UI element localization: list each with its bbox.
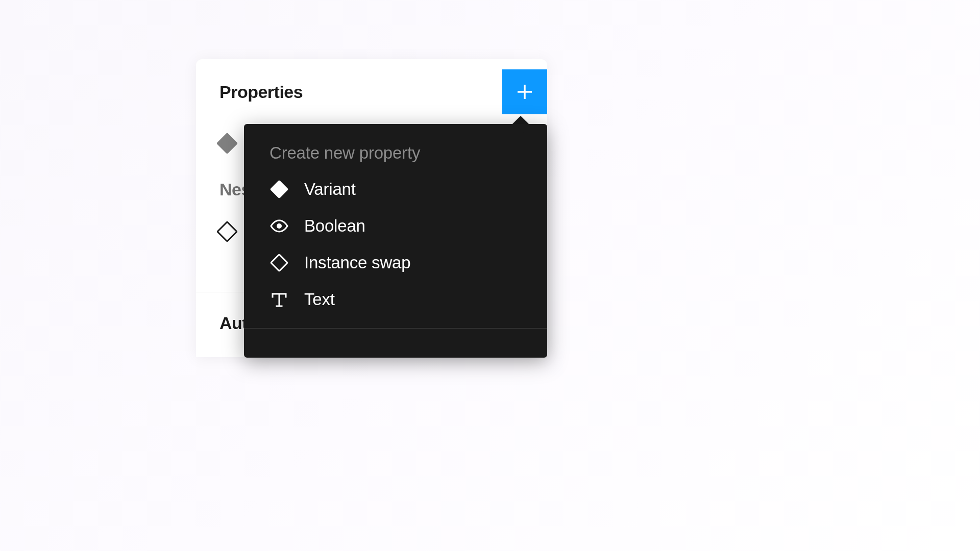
auto-layout-label: Aut	[219, 313, 248, 333]
panel-title: Properties	[219, 82, 303, 102]
plus-icon	[514, 82, 535, 102]
instance-icon	[216, 221, 238, 242]
add-property-button[interactable]	[502, 69, 547, 114]
panel-header: Properties	[196, 59, 547, 114]
diamond-filled-icon	[270, 180, 289, 199]
menu-item-label: Instance swap	[304, 253, 410, 272]
diamond-outline-icon	[270, 253, 289, 272]
create-property-dropdown: Create new property Variant Boolean Inst…	[244, 124, 547, 358]
dropdown-heading: Create new property	[244, 124, 547, 171]
menu-item-text[interactable]: Text	[244, 281, 547, 318]
menu-item-boolean[interactable]: Boolean	[244, 208, 547, 244]
variant-icon	[216, 133, 238, 154]
menu-item-variant[interactable]: Variant	[244, 171, 547, 208]
text-icon	[270, 290, 289, 309]
menu-item-label: Boolean	[304, 216, 365, 236]
dropdown-divider	[244, 328, 547, 329]
menu-item-instance-swap[interactable]: Instance swap	[244, 244, 547, 281]
menu-item-label: Variant	[304, 180, 356, 199]
svg-point-2	[277, 223, 282, 229]
eye-icon	[270, 216, 289, 236]
menu-item-label: Text	[304, 290, 335, 309]
